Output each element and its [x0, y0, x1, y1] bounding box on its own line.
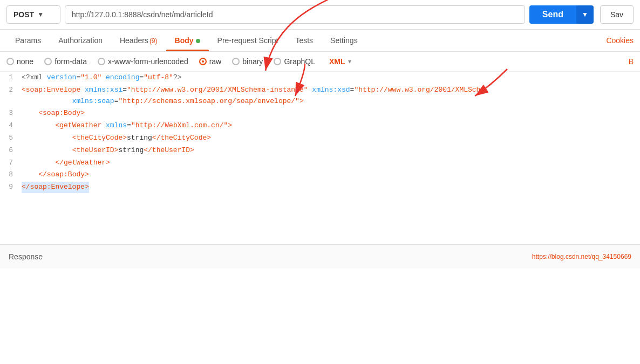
tab-tests[interactable]: Tests [287, 30, 322, 51]
tab-settings[interactable]: Settings [322, 30, 366, 51]
radio-binary-label: binary [242, 57, 263, 66]
code-area-container: 1<?xml version="1.0" encoding="utf-8"?>2… [0, 72, 640, 244]
method-select[interactable]: POST ▼ [6, 5, 60, 24]
radio-urlencoded-label: x-www-form-urlencoded [108, 57, 188, 66]
body-type-row: none form-data x-www-form-urlencoded raw… [0, 52, 640, 72]
eol-label: B [629, 57, 634, 66]
code-line-2: 2<soap:Envelope xmlns:xsi="http://www.w3… [0, 84, 640, 108]
save-button[interactable]: Sav [600, 5, 634, 24]
tabs-row: Params Authorization Headers(9) Body Pre… [0, 30, 640, 52]
radio-raw-label: raw [209, 57, 222, 66]
send-btn-group: Send ▼ [529, 5, 594, 24]
send-dropdown-button[interactable]: ▼ [576, 5, 594, 24]
radio-urlencoded[interactable]: x-www-form-urlencoded [98, 57, 188, 66]
body-dot [196, 39, 200, 43]
tab-prerequest[interactable]: Pre-request Script [209, 30, 287, 51]
code-text-4: <getWeather xmlns="http://WebXml.com.cn/… [22, 120, 232, 132]
radio-none-label: none [17, 57, 33, 66]
code-text-8: </soap:Body> [22, 169, 89, 181]
radio-raw[interactable]: raw [199, 57, 222, 66]
code-line-8: 8 </soap:Body> [0, 169, 640, 181]
send-button[interactable]: Send [529, 5, 576, 24]
code-text-2-cont: xmlns:soap="http://schemas.xmlsoap.org/s… [22, 96, 485, 107]
format-selector[interactable]: XML ▾ [329, 57, 351, 66]
xml-format-label: XML [329, 57, 345, 66]
code-editor[interactable]: 1<?xml version="1.0" encoding="utf-8"?>2… [0, 72, 640, 244]
line-number-6: 6 [0, 145, 22, 156]
code-line-6: 6 <theUserID>string</theUserID> [0, 145, 640, 157]
tab-authorization[interactable]: Authorization [50, 30, 111, 51]
headers-badge: (9) [149, 37, 158, 45]
line-number-5: 5 [0, 133, 22, 144]
method-chevron: ▼ [37, 11, 44, 18]
code-line-9: 9</soap:Envelope> [0, 181, 640, 194]
radio-binary-circle [232, 58, 240, 65]
tab-headers[interactable]: Headers(9) [111, 30, 166, 51]
code-line-4: 4 <getWeather xmlns="http://WebXml.com.c… [0, 120, 640, 132]
response-label: Response [9, 252, 43, 261]
tab-body[interactable]: Body [166, 30, 209, 51]
xml-dropdown-icon: ▾ [348, 58, 351, 65]
code-text-6: <theUserID>string</theUserID> [22, 145, 194, 156]
radio-raw-circle [199, 58, 207, 65]
top-bar: POST ▼ Send ▼ Sav [0, 0, 640, 30]
code-text-3: <soap:Body> [22, 108, 85, 119]
radio-none-circle [6, 58, 14, 65]
url-input[interactable] [65, 5, 525, 24]
radio-graphql-circle [274, 58, 281, 65]
line-number-8: 8 [0, 169, 22, 181]
response-bar: Response https://blog.csdn.net/qq_341506… [0, 244, 640, 269]
line-number-3: 3 [0, 108, 22, 119]
radio-form-data-circle [44, 58, 52, 65]
line-number-2: 2 [0, 85, 22, 96]
radio-binary[interactable]: binary [232, 57, 263, 66]
code-text-9: </soap:Envelope> [22, 182, 89, 193]
radio-none[interactable]: none [6, 57, 33, 66]
code-line-1: 1<?xml version="1.0" encoding="utf-8"?> [0, 72, 640, 84]
code-text-7: </getWeather> [22, 157, 110, 169]
line-number-9: 9 [0, 182, 22, 193]
line-number-1: 1 [0, 72, 22, 84]
code-line-7: 7 </getWeather> [0, 157, 640, 169]
line-number-4: 4 [0, 120, 22, 132]
radio-graphql-label: GraphQL [284, 57, 315, 66]
method-label: POST [13, 10, 34, 19]
radio-urlencoded-circle [98, 58, 105, 65]
code-line-5: 5 <theCityCode>string</theCityCode> [0, 132, 640, 145]
tab-cookies[interactable]: Cookies [606, 30, 634, 51]
code-line-3: 3 <soap:Body> [0, 107, 640, 120]
code-text-5: <theCityCode>string</theCityCode> [22, 133, 211, 144]
radio-form-data-label: form-data [55, 57, 87, 66]
response-link[interactable]: https://blog.csdn.net/qq_34150669 [532, 253, 631, 260]
tab-params[interactable]: Params [6, 30, 50, 51]
code-text-1: <?xml version="1.0" encoding="utf-8"?> [22, 72, 182, 84]
radio-form-data[interactable]: form-data [44, 57, 87, 66]
line-number-7: 7 [0, 157, 22, 169]
radio-graphql[interactable]: GraphQL [274, 57, 315, 66]
code-text-2: <soap:Envelope xmlns:xsi="http://www.w3.… [22, 85, 485, 96]
